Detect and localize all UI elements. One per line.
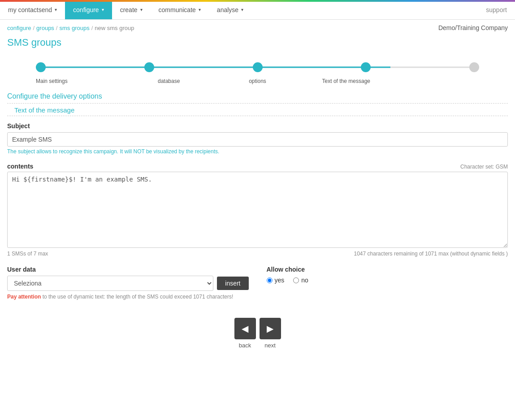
radio-group: yes no xyxy=(267,277,508,284)
subject-input[interactable] xyxy=(7,132,508,147)
step-label-4: Text of the message xyxy=(302,78,390,84)
radio-no[interactable]: no xyxy=(293,277,308,284)
step-dot-2 xyxy=(144,62,154,72)
pay-attention-text: to the use of dynamic text: the length o… xyxy=(41,294,233,300)
subject-label: Subject xyxy=(7,122,508,130)
top-nav: my contactsend ▾ configure ▾ create ▾ co… xyxy=(0,0,515,20)
contents-label: contents xyxy=(7,163,33,170)
nav-my-contactsend-caret: ▾ xyxy=(55,7,57,12)
nav-buttons: ◀ ▶ back next xyxy=(0,300,515,358)
insert-button[interactable]: insert xyxy=(217,277,248,290)
contents-container: contents Character set: GSM 1 SMSs of 7 … xyxy=(0,161,515,263)
breadcrumb-bar: configure / groups / sms groups / new sm… xyxy=(0,20,515,33)
steps-labels: Main settings database options Text of t… xyxy=(36,76,479,84)
nav-buttons-row: ◀ ▶ xyxy=(234,318,281,339)
next-label: next xyxy=(260,342,281,349)
company-name: Demo/Training Company xyxy=(438,24,508,31)
next-button[interactable]: ▶ xyxy=(260,318,281,339)
breadcrumb-sep-2: / xyxy=(56,25,58,31)
userdata-select-row: Seleziona insert xyxy=(7,276,249,291)
nav-configure-caret: ▾ xyxy=(102,7,104,12)
sms-count-stat: 1 SMSs of 7 max xyxy=(7,251,48,257)
radio-yes-input[interactable] xyxy=(267,277,273,283)
steps-line-filled xyxy=(36,67,390,68)
charset-label: Character set: GSM xyxy=(460,164,508,170)
page-title: SMS groups xyxy=(0,33,515,54)
userdata-label: User data xyxy=(7,266,249,273)
radio-yes-label: yes xyxy=(275,277,285,284)
contents-row: contents Character set: GSM xyxy=(7,163,508,170)
step-label-1: Main settings xyxy=(36,78,125,84)
userdata-left: User data Seleziona insert Pay attention… xyxy=(7,266,249,300)
breadcrumb-sep-1: / xyxy=(33,25,35,31)
section-subheading: Text of the message xyxy=(7,104,508,116)
breadcrumb: configure / groups / sms groups / new sm… xyxy=(7,25,134,31)
pay-attention-bold: Pay attention xyxy=(7,294,41,300)
breadcrumb-sep-3: / xyxy=(91,25,93,31)
back-label: back xyxy=(234,342,256,349)
contents-textarea[interactable] xyxy=(7,172,508,248)
nav-analyse-caret: ▾ xyxy=(241,7,243,12)
nav-btn-labels: back next xyxy=(234,342,281,349)
textarea-stats: 1 SMSs of 7 max 1047 characters remainin… xyxy=(7,251,508,257)
nav-create[interactable]: create ▾ xyxy=(112,0,151,19)
nav-analyse[interactable]: analyse ▾ xyxy=(209,0,251,19)
nav-communicate[interactable]: communicate ▾ xyxy=(151,0,209,19)
nav-configure[interactable]: configure ▾ xyxy=(65,0,112,19)
step-dot-4 xyxy=(361,62,371,72)
subject-container: Subject The subject allows to recognize … xyxy=(0,121,515,161)
breadcrumb-sms-groups[interactable]: sms groups xyxy=(59,25,89,31)
back-button[interactable]: ◀ xyxy=(234,318,256,339)
nav-support: support xyxy=(478,0,515,19)
nav-my-contactsend[interactable]: my contactsend ▾ xyxy=(0,0,65,19)
userdata-allow-row: User data Seleziona insert Pay attention… xyxy=(0,263,515,300)
userdata-select[interactable]: Seleziona xyxy=(7,276,213,291)
step-label-2: database xyxy=(125,78,213,84)
radio-no-label: no xyxy=(301,277,308,284)
progress-steps: Main settings database options Text of t… xyxy=(0,54,515,86)
step-dot-5 xyxy=(469,62,479,72)
subject-hint: The subject allows to recognize this cam… xyxy=(7,148,508,155)
allow-choice-label: Allow choice xyxy=(267,266,508,273)
breadcrumb-configure[interactable]: configure xyxy=(7,25,31,31)
allow-choice-container: Allow choice yes no xyxy=(267,266,508,284)
step-dot-3 xyxy=(253,62,263,72)
nav-communicate-caret: ▾ xyxy=(199,7,201,12)
chars-remaining-stat: 1047 characters remaining of 1071 max (w… xyxy=(354,251,508,257)
step-label-3: options xyxy=(213,78,302,84)
radio-no-input[interactable] xyxy=(293,277,299,283)
breadcrumb-current: new sms group xyxy=(95,25,134,31)
pay-attention: Pay attention to the use of dynamic text… xyxy=(7,294,249,300)
step-dot-1 xyxy=(36,62,46,72)
section-heading: Configure the delivery options xyxy=(0,86,515,103)
radio-yes[interactable]: yes xyxy=(267,277,285,284)
breadcrumb-groups[interactable]: groups xyxy=(36,25,54,31)
nav-create-caret: ▾ xyxy=(140,7,143,12)
step-label-5 xyxy=(390,78,479,84)
